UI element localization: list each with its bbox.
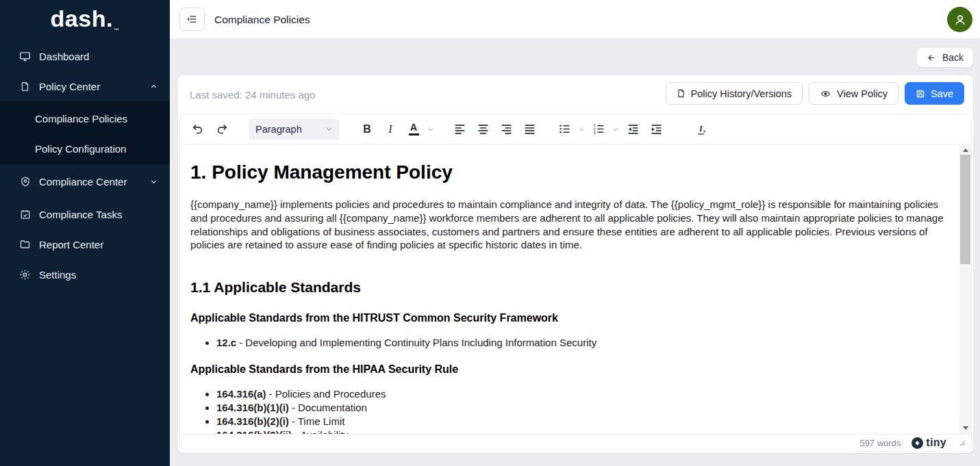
sidebar-item-compliance-tasks[interactable]: Compliance Tasks xyxy=(0,199,170,229)
resize-grip[interactable] xyxy=(959,439,966,446)
redo-icon xyxy=(215,122,228,135)
policy-document: 1. Policy Management Policy {{company_na… xyxy=(180,144,971,434)
save-icon xyxy=(916,89,925,99)
text-color-chevron[interactable] xyxy=(425,118,436,141)
sidebar-toggle-button[interactable] xyxy=(179,8,205,31)
text-color-icon: A xyxy=(409,122,419,135)
numbered-list-chevron[interactable] xyxy=(610,118,621,141)
vertical-scrollbar[interactable] xyxy=(959,144,971,434)
align-justify-button[interactable] xyxy=(518,118,541,141)
align-center-icon xyxy=(477,122,490,135)
section-heading: 1.1 Applicable Standards xyxy=(190,278,949,296)
standard-code: 164.316(b)(1)(i) xyxy=(216,402,289,413)
folder-icon xyxy=(19,239,31,250)
sidebar-item-dashboard[interactable]: Dashboard xyxy=(0,41,170,71)
sidebar-item-label: Compliance Policies xyxy=(35,113,127,125)
view-policy-label: View Policy xyxy=(837,88,888,99)
undo-button[interactable] xyxy=(186,118,210,141)
standard-text: - Documentation xyxy=(292,402,367,413)
main-area: Compliance Policies Back Last saved: 24 … xyxy=(170,0,980,466)
sidebar-item-settings[interactable]: Settings xyxy=(0,259,170,289)
file-icon xyxy=(19,81,31,92)
back-button[interactable]: Back xyxy=(917,48,973,67)
policy-center-submenu: Compliance Policies Policy Configuration xyxy=(0,101,170,165)
standard-text: - Time Limit xyxy=(292,415,345,427)
gear-icon xyxy=(19,269,31,281)
menu-fold-icon xyxy=(186,13,199,25)
user-avatar[interactable] xyxy=(947,7,972,32)
word-count: 597 words xyxy=(859,438,901,448)
align-right-button[interactable] xyxy=(494,118,518,141)
list-item: 164.316(b)(2)(ii)- Availability xyxy=(216,428,949,434)
sidebar-item-label: Report Center xyxy=(39,239,103,250)
list-item: 12.c- Developing and Implementing Contin… xyxy=(216,336,949,350)
bullet-list-button[interactable] xyxy=(553,118,576,141)
paragraph-style-value: Paragraph xyxy=(255,124,325,135)
document-paragraph: {{company_name}} implements policies and… xyxy=(190,198,949,252)
list-item: 164.316(a)- Policies and Procedures xyxy=(216,387,949,401)
tiny-logo: tiny xyxy=(912,437,946,449)
sidebar-item-compliance-center[interactable]: Compliance Center xyxy=(0,166,170,196)
sidebar-item-label: Compliance Center xyxy=(39,176,127,187)
italic-icon: I xyxy=(388,123,392,135)
indent-button[interactable] xyxy=(644,118,668,141)
bold-button[interactable]: B xyxy=(355,118,379,141)
subsection-heading-hitrust: Applicable Standards from the HITRUST Co… xyxy=(190,311,949,325)
policy-history-label: Policy History/Versions xyxy=(691,88,792,99)
subsection-heading-hipaa: Applicable Standards from the HIPAA Secu… xyxy=(190,362,949,376)
align-right-icon xyxy=(500,122,513,135)
arrow-left-icon xyxy=(927,53,937,62)
standard-code: 164.316(b)(2)(ii) xyxy=(216,429,292,434)
scrollbar-thumb[interactable] xyxy=(960,155,970,264)
document-icon xyxy=(677,88,686,99)
policy-history-button[interactable]: Policy History/Versions xyxy=(666,82,803,105)
outdent-button[interactable] xyxy=(621,118,644,141)
undo-icon xyxy=(192,122,205,135)
clear-formatting-button[interactable]: Ix xyxy=(691,118,714,141)
tiny-logo-icon xyxy=(912,437,923,449)
sidebar-item-label: Policy Configuration xyxy=(35,143,126,155)
hitrust-standards-list: 12.c- Developing and Implementing Contin… xyxy=(190,336,949,350)
sidebar-item-label: Settings xyxy=(39,269,76,281)
outdent-icon xyxy=(627,122,640,135)
redo-button[interactable] xyxy=(210,118,233,141)
view-policy-button[interactable]: View Policy xyxy=(809,82,899,105)
sidebar-item-compliance-policies[interactable]: Compliance Policies xyxy=(0,103,170,134)
clear-formatting-icon: Ix xyxy=(696,122,709,136)
bullet-list-chevron[interactable] xyxy=(576,118,587,141)
calendar-check-icon xyxy=(19,209,31,220)
editor-card-header: Last saved: 24 minutes ago Policy Histor… xyxy=(178,75,973,114)
monitor-icon xyxy=(19,51,31,62)
last-saved-text: Last saved: 24 minutes ago xyxy=(190,75,315,114)
align-justify-icon xyxy=(523,122,536,135)
sidebar-item-policy-center[interactable]: Policy Center xyxy=(0,71,170,101)
sidebar-item-report-center[interactable]: Report Center xyxy=(0,229,170,259)
standard-code: 164.316(b)(2)(i) xyxy=(216,415,289,427)
text-color-button[interactable]: A xyxy=(402,118,425,141)
save-button[interactable]: Save xyxy=(905,82,964,105)
list-item: 164.316(b)(1)(i)- Documentation xyxy=(216,401,949,415)
standard-text: - Availability xyxy=(294,429,349,434)
chevron-up-icon xyxy=(150,83,158,90)
save-button-label: Save xyxy=(931,88,953,99)
eye-icon xyxy=(820,89,831,99)
chevron-down-icon xyxy=(150,178,158,185)
italic-button[interactable]: I xyxy=(379,118,402,141)
hipaa-standards-list: 164.316(a)- Policies and Procedures 164.… xyxy=(190,387,949,434)
align-left-button[interactable] xyxy=(448,118,471,141)
sidebar-item-policy-configuration[interactable]: Policy Configuration xyxy=(0,133,170,164)
paragraph-style-select[interactable]: Paragraph xyxy=(249,119,340,140)
rich-text-editor: Paragraph B I A xyxy=(179,114,972,452)
svg-text:I: I xyxy=(699,124,703,133)
standard-code: 164.316(a) xyxy=(216,388,266,400)
editor-actions: Policy History/Versions View Policy Save xyxy=(666,79,964,108)
sidebar-item-label: Policy Center xyxy=(39,81,100,92)
standard-text: - Developing and Implementing Continuity… xyxy=(239,337,596,348)
person-icon xyxy=(953,12,968,27)
svg-text:3: 3 xyxy=(593,131,595,135)
back-button-label: Back xyxy=(942,52,964,63)
align-center-button[interactable] xyxy=(471,118,494,141)
numbered-list-button[interactable]: 123 xyxy=(587,118,610,141)
scroll-down-arrow[interactable] xyxy=(959,422,971,434)
editor-content[interactable]: 1. Policy Management Policy {{company_na… xyxy=(180,144,971,434)
